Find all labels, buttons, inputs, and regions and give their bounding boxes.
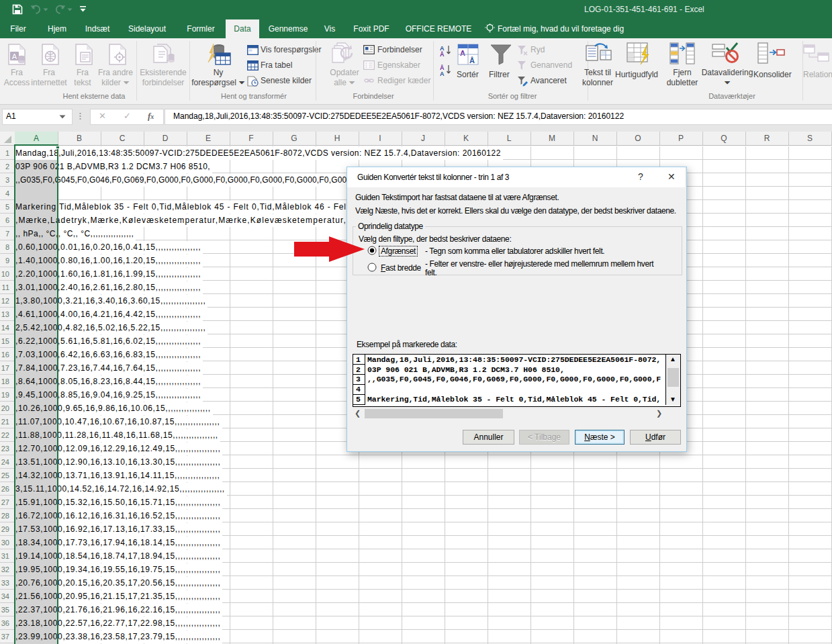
svg-text:Å: Å	[440, 51, 445, 56]
svg-text:A: A	[12, 52, 17, 60]
svg-text:Å: Å	[469, 56, 475, 64]
svg-text:A: A	[460, 49, 465, 57]
svg-text:A: A	[440, 71, 445, 76]
